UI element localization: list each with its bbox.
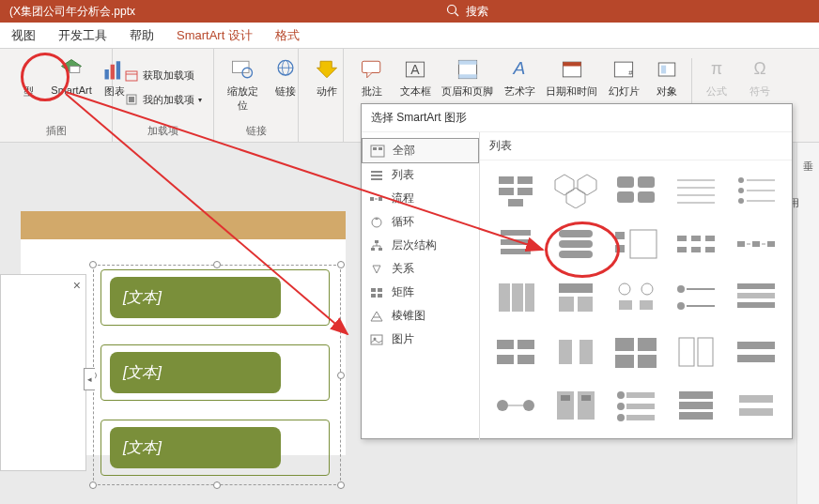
picture-icon — [369, 333, 384, 346]
tab-view[interactable]: 视图 — [0, 23, 47, 48]
get-addins-button[interactable]: 获取加载项 — [120, 66, 206, 84]
equation-button[interactable]: π 公式 — [696, 53, 737, 100]
category-matrix[interactable]: 矩阵 — [362, 281, 479, 304]
slidenumber-icon: # — [609, 54, 639, 84]
layout-thumb[interactable] — [549, 170, 602, 211]
layout-thumb[interactable] — [670, 385, 722, 426]
layout-thumb[interactable] — [549, 385, 602, 426]
smartart-item-1[interactable]: [文本] — [110, 277, 281, 318]
svg-rect-91 — [512, 283, 523, 312]
all-icon — [370, 145, 385, 158]
layout-thumb[interactable] — [670, 277, 722, 318]
category-picture[interactable]: 图片 — [362, 328, 479, 351]
category-cycle[interactable]: 循环 — [362, 210, 479, 234]
search-box[interactable]: 搜索 — [445, 3, 488, 21]
tab-smartart-design[interactable]: SmartArt 设计 — [165, 23, 264, 48]
type-button[interactable]: 型 — [8, 53, 49, 100]
svg-rect-109 — [497, 355, 514, 364]
layout-thumb[interactable] — [489, 277, 542, 318]
close-icon[interactable]: × — [73, 278, 81, 293]
slidenumber-button[interactable]: # 幻灯片 — [603, 53, 644, 100]
svg-rect-98 — [619, 300, 632, 310]
category-pyramid[interactable]: 棱锥图 — [362, 304, 479, 328]
svg-rect-94 — [559, 297, 574, 312]
symbol-icon: Ω — [745, 54, 775, 84]
wordart-icon: A — [504, 54, 534, 84]
smartart-button[interactable]: SmartArt — [51, 53, 92, 98]
svg-rect-127 — [581, 395, 591, 401]
datetime-button[interactable]: 日期和时间 — [542, 53, 601, 100]
svg-rect-51 — [518, 188, 533, 195]
svg-rect-93 — [559, 283, 593, 293]
smartart-object[interactable]: ◂ [文本] [文本] [文本] — [93, 265, 341, 485]
action-icon — [312, 54, 342, 84]
layout-thumb[interactable] — [730, 170, 782, 211]
datetime-icon — [557, 54, 587, 84]
category-process[interactable]: 流程 — [362, 187, 479, 210]
svg-rect-112 — [579, 340, 593, 364]
layout-thumb[interactable] — [670, 331, 722, 373]
layout-thumb[interactable] — [730, 331, 782, 373]
layout-thumb[interactable] — [670, 223, 722, 265]
symbol-button[interactable]: Ω 符号 — [739, 53, 780, 100]
layout-thumb[interactable] — [489, 170, 542, 211]
search-icon — [445, 3, 460, 21]
object-button[interactable]: 对象 — [646, 53, 688, 100]
svg-rect-8 — [129, 97, 134, 102]
tab-devtools[interactable]: 开发工具 — [47, 23, 118, 48]
comment-button[interactable]: 批注 — [351, 53, 393, 100]
smartart-item-2[interactable]: [文本] — [110, 352, 281, 393]
document-filename: (X集团公司年分析会.pptx — [9, 4, 135, 20]
expand-text-pane-icon[interactable]: ◂ — [84, 368, 95, 390]
svg-rect-73 — [559, 230, 593, 237]
svg-rect-44 — [378, 294, 382, 298]
tab-help[interactable]: 帮助 — [118, 23, 165, 48]
svg-rect-58 — [617, 191, 634, 203]
category-list[interactable]: 列表 — [362, 163, 479, 187]
svg-point-130 — [617, 403, 625, 410]
svg-rect-22 — [563, 62, 580, 66]
layout-thumb[interactable] — [670, 170, 722, 211]
wordart-button[interactable]: A 艺术字 — [499, 53, 540, 100]
choose-smartart-dialog: 选择 SmartArt 图形 全部 列表 流程 循环 层次结构 关系 矩阵 棱锥… — [361, 103, 793, 439]
textbox-button[interactable]: A 文本框 — [394, 53, 436, 100]
svg-rect-137 — [739, 395, 773, 403]
tab-format[interactable]: 格式 — [264, 23, 311, 48]
category-hierarchy[interactable]: 层次结构 — [362, 234, 479, 257]
smartart-item-3[interactable]: [文本] — [110, 427, 281, 468]
svg-point-121 — [497, 400, 508, 411]
layout-thumb[interactable] — [549, 331, 602, 373]
layout-thumb[interactable] — [610, 331, 662, 373]
svg-rect-116 — [638, 355, 657, 368]
headerfooter-button[interactable]: 页眉和页脚 — [438, 53, 497, 100]
chevron-down-icon: ▾ — [198, 96, 202, 104]
svg-text:π: π — [711, 59, 722, 78]
zoom-button[interactable]: 缩放定 位 — [222, 53, 263, 115]
svg-rect-115 — [615, 355, 634, 368]
svg-point-66 — [738, 188, 744, 193]
svg-rect-46 — [371, 335, 382, 344]
layout-thumb[interactable] — [610, 170, 662, 211]
layout-thumb[interactable] — [489, 223, 542, 265]
layout-thumb[interactable] — [730, 223, 782, 265]
layout-thumb[interactable] — [489, 385, 542, 426]
layout-thumb[interactable] — [730, 277, 782, 318]
layout-thumb[interactable] — [489, 331, 542, 373]
layout-thumb[interactable] — [549, 223, 602, 265]
category-relationship[interactable]: 关系 — [362, 257, 479, 281]
my-addins-button[interactable]: 我的加载项 ▾ — [120, 90, 206, 109]
layout-thumb[interactable] — [610, 277, 662, 318]
layout-thumb[interactable] — [730, 385, 782, 426]
category-all[interactable]: 全部 — [362, 138, 479, 163]
svg-point-0 — [448, 5, 456, 13]
action-button[interactable]: 动作 — [306, 53, 348, 100]
svg-rect-30 — [373, 147, 377, 150]
svg-point-97 — [641, 283, 653, 295]
layout-thumb[interactable] — [610, 223, 662, 265]
svg-rect-14 — [363, 61, 380, 72]
object-icon — [652, 54, 682, 84]
svg-text:A: A — [410, 62, 420, 77]
thumbnails-pane[interactable]: × — [0, 274, 86, 471]
layout-thumb[interactable] — [610, 385, 662, 426]
layout-thumb[interactable] — [549, 277, 602, 318]
